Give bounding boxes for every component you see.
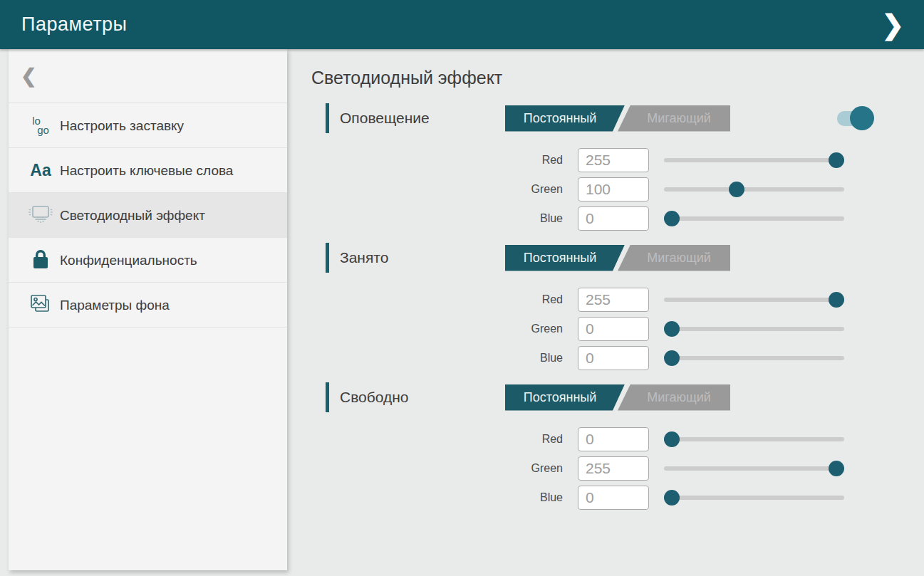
section-title: Занято [329, 249, 505, 266]
green-slider[interactable] [664, 317, 844, 341]
aa-icon: Aa [24, 161, 57, 180]
sidebar: ❮ lo go Настроить заставку Aa Настроить … [9, 49, 287, 570]
blue-slider[interactable] [664, 206, 844, 231]
main-content: Светодиодный эффект Оповещение Постоянны… [287, 49, 924, 576]
mode-segmented-control: Постоянный Мигающий [505, 245, 730, 271]
mode-blinking-button[interactable]: Мигающий [618, 105, 730, 132]
blue-input[interactable] [578, 206, 649, 231]
green-input[interactable] [578, 177, 649, 201]
section-title: Оповещение [329, 110, 505, 127]
mode-blinking-button[interactable]: Мигающий [618, 384, 730, 411]
section-busy: Занято Постоянный Мигающий Red Green Blu… [311, 244, 924, 370]
green-input[interactable] [578, 456, 649, 481]
blue-input[interactable] [578, 346, 649, 370]
mode-segmented-control: Постоянный Мигающий [505, 384, 730, 411]
blue-label: Blue [311, 491, 563, 504]
section-alert: Оповещение Постоянный Мигающий Red Green… [311, 104, 924, 231]
sidebar-item-label: Параметры фона [57, 296, 170, 314]
green-label: Green [311, 323, 563, 335]
chevron-left-icon: ❮ [21, 65, 37, 88]
mode-blinking-button[interactable]: Мигающий [618, 245, 730, 271]
content-title: Светодиодный эффект [311, 68, 924, 88]
sidebar-item-label: Настроить ключевые слова [57, 162, 233, 179]
app-header: Параметры ❯ [0, 0, 924, 49]
red-input[interactable] [578, 427, 649, 451]
sidebar-back-button[interactable]: ❮ [9, 49, 287, 103]
blue-slider[interactable] [664, 486, 844, 510]
blue-label: Blue [311, 212, 563, 225]
images-icon [24, 293, 57, 317]
section-title: Свободно [329, 389, 505, 406]
sidebar-item-label: Конфиденциальность [57, 251, 197, 269]
green-input[interactable] [578, 317, 649, 341]
sidebar-item-splash-screen[interactable]: lo go Настроить заставку [9, 103, 287, 148]
green-label: Green [311, 183, 563, 196]
toggle-knob [850, 106, 874, 130]
lock-icon [24, 248, 57, 272]
red-label: Red [311, 293, 563, 306]
blue-input[interactable] [578, 486, 649, 510]
logo-icon: lo go [24, 116, 57, 135]
alert-toggle[interactable] [837, 106, 874, 130]
red-slider[interactable] [664, 148, 844, 172]
green-slider[interactable] [664, 456, 844, 481]
mode-constant-button[interactable]: Постоянный [505, 245, 625, 271]
red-label: Red [311, 433, 563, 446]
red-input[interactable] [578, 148, 649, 172]
chevron-right-icon[interactable]: ❯ [876, 9, 910, 41]
section-free: Свободно Постоянный Мигающий Red Green B… [311, 383, 924, 510]
sidebar-item-label: Настроить заставку [57, 117, 184, 135]
red-slider[interactable] [664, 427, 844, 451]
sidebar-item-label: Светодиодный эффект [57, 206, 205, 224]
red-input[interactable] [578, 288, 649, 312]
monitor-icon [24, 204, 57, 226]
green-label: Green [311, 462, 563, 475]
sidebar-item-privacy[interactable]: Конфиденциальность [9, 238, 287, 283]
red-slider[interactable] [664, 288, 844, 312]
page-title: Параметры [21, 14, 127, 36]
sidebar-item-led-effect[interactable]: Светодиодный эффект [9, 193, 287, 238]
sidebar-item-keywords[interactable]: Aa Настроить ключевые слова [9, 148, 287, 193]
mode-constant-button[interactable]: Постоянный [505, 384, 625, 411]
sidebar-item-background[interactable]: Параметры фона [9, 283, 287, 328]
blue-slider[interactable] [664, 346, 844, 370]
red-label: Red [311, 154, 563, 167]
blue-label: Blue [311, 352, 563, 365]
mode-constant-button[interactable]: Постоянный [505, 105, 625, 132]
green-slider[interactable] [664, 177, 844, 201]
layout: ❮ lo go Настроить заставку Aa Настроить … [0, 49, 924, 576]
mode-segmented-control: Постоянный Мигающий [505, 105, 730, 132]
